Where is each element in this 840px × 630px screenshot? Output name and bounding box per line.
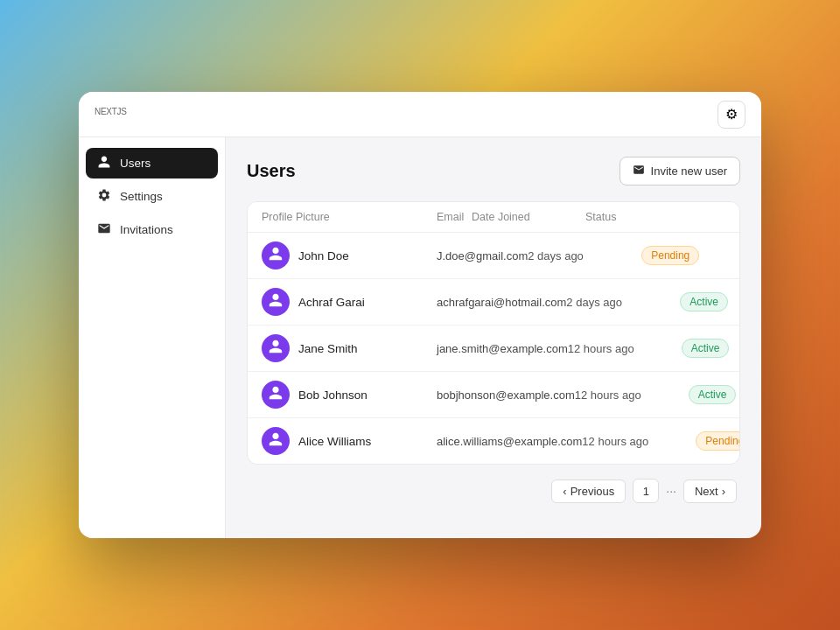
title-bar-settings-button[interactable]: ⚙: [718, 101, 746, 129]
status-badge: Active: [682, 339, 730, 358]
table-header: Profile Picture Email Date Joined Status: [248, 202, 739, 233]
col-header-status: Status: [585, 211, 690, 223]
status-cell: Active: [689, 385, 740, 404]
table-body: John Doe J.doe@gmail.com 2 days ago Pend…: [248, 233, 739, 464]
date-cell: 12 hours ago: [568, 342, 682, 355]
page-dots: ···: [666, 484, 676, 498]
user-cell: Bob Johnson: [262, 381, 437, 409]
gear-icon: ⚙: [725, 106, 738, 122]
avatar: [262, 334, 290, 362]
next-label: Next: [695, 485, 718, 498]
user-name: Bob Johnson: [298, 388, 368, 402]
table-row: Bob Johnson bobjhonson@example.com 12 ho…: [248, 372, 739, 418]
title-bar: NEXTJS ⚙: [79, 92, 761, 137]
sidebar-item-settings[interactable]: Settings: [86, 181, 218, 212]
avatar-icon: [268, 385, 284, 404]
status-cell: Active: [682, 339, 740, 358]
chevron-left-icon: ‹: [563, 485, 566, 498]
mail-icon: [96, 221, 112, 238]
page-header: Users Invite new user: [247, 157, 740, 186]
chevron-right-icon: ›: [722, 485, 725, 498]
app-window: NEXTJS ⚙ Users Settings: [79, 92, 761, 538]
previous-label: Previous: [570, 485, 615, 498]
email-cell: bobjhonson@example.com: [437, 388, 575, 402]
status-badge: Active: [689, 385, 737, 404]
user-name: Alice Williams: [298, 435, 371, 448]
sidebar-settings-label: Settings: [120, 190, 163, 203]
logo-suffix: JS: [116, 107, 126, 116]
avatar-icon: [268, 246, 284, 265]
status-badge: Pending: [696, 431, 740, 451]
user-cell: John Doe: [262, 242, 437, 270]
table-row: Alice Williams alice.williams@example.co…: [248, 418, 739, 464]
user-icon: [96, 155, 112, 172]
date-cell: 12 hours ago: [582, 435, 696, 448]
settings-icon: [96, 188, 112, 205]
avatar-icon: [268, 292, 284, 312]
col-header-profile: Profile Picture: [262, 211, 437, 223]
pagination: ‹ Previous 1 ··· Next ›: [247, 479, 740, 503]
invite-new-user-button[interactable]: Invite new user: [620, 157, 740, 186]
avatar: [262, 427, 290, 455]
email-cell: alice.williams@example.com: [437, 435, 582, 448]
user-cell: Alice Williams: [262, 427, 437, 455]
date-cell: 2 days ago: [528, 249, 641, 262]
email-cell: achrafgarai@hotmail.com: [437, 296, 566, 309]
sidebar-invitations-label: Invitations: [120, 223, 173, 236]
col-header-date: Date Joined: [472, 211, 585, 223]
avatar-icon: [268, 431, 284, 451]
date-cell: 12 hours ago: [575, 388, 689, 402]
email-cell: jane.smith@example.com: [437, 342, 568, 355]
app-logo: NEXTJS: [94, 107, 127, 122]
avatar: [262, 242, 290, 270]
table-row: Achraf Garai achrafgarai@hotmail.com 2 d…: [248, 279, 739, 326]
page-1-button[interactable]: 1: [633, 479, 659, 503]
avatar: [262, 288, 290, 316]
sidebar-item-invitations[interactable]: Invitations: [86, 214, 218, 245]
status-cell: Active: [680, 292, 740, 312]
status-cell: Pending: [696, 431, 740, 451]
sidebar: Users Settings Invitations: [79, 137, 226, 538]
status-badge: Active: [680, 292, 728, 312]
status-badge: Pending: [641, 246, 699, 265]
user-name: Achraf Garai: [298, 296, 365, 309]
users-table: Profile Picture Email Date Joined Status…: [247, 201, 740, 465]
user-cell: Jane Smith: [262, 334, 437, 362]
col-header-actions: [690, 211, 725, 223]
next-button[interactable]: Next ›: [683, 480, 737, 503]
avatar-icon: [268, 339, 284, 358]
previous-button[interactable]: ‹ Previous: [551, 480, 626, 503]
date-cell: 2 days ago: [566, 296, 680, 309]
envelope-icon: [633, 164, 645, 178]
user-name: Jane Smith: [298, 342, 358, 355]
col-header-email: Email: [437, 211, 472, 223]
user-cell: Achraf Garai: [262, 288, 437, 316]
email-cell: J.doe@gmail.com: [437, 249, 528, 262]
table-row: John Doe J.doe@gmail.com 2 days ago Pend…: [248, 233, 739, 279]
sidebar-users-label: Users: [120, 157, 150, 170]
invite-button-label: Invite new user: [651, 164, 727, 178]
page-title: Users: [247, 161, 296, 181]
main-content: Users Invite new user Profile Picture Em…: [226, 137, 761, 538]
logo-text: NEXT: [94, 107, 116, 116]
table-row: Jane Smith jane.smith@example.com 12 hou…: [248, 326, 739, 372]
status-cell: Pending: [641, 246, 740, 265]
avatar: [262, 381, 290, 409]
user-name: John Doe: [298, 249, 349, 262]
body: Users Settings Invitations Users: [79, 137, 761, 538]
sidebar-item-users[interactable]: Users: [86, 148, 218, 178]
